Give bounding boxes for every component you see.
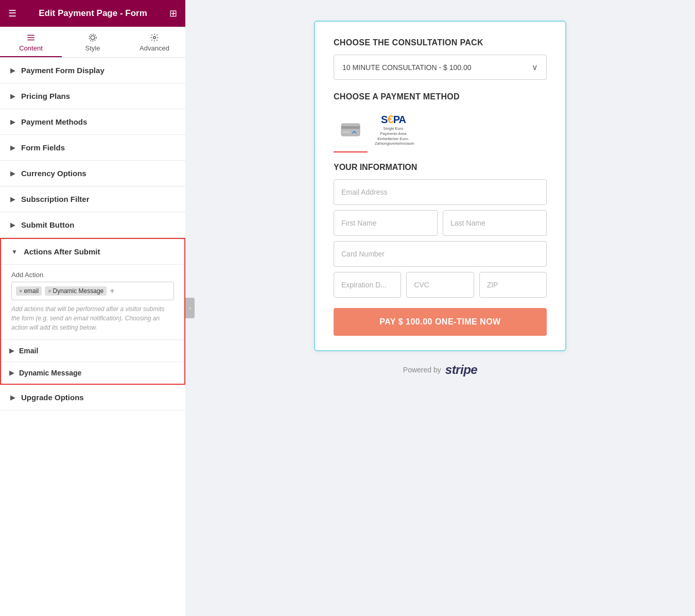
sepa-payment-tab[interactable]: S€PA Single Euro Payments AreaEinheitlic…: [368, 109, 419, 152]
sidebar-item-pricing-plans[interactable]: ▶ Pricing Plans: [0, 83, 185, 109]
card-number-placeholder: Card Number: [341, 250, 385, 258]
your-info-title: YOUR INFORMATION: [334, 163, 547, 172]
sidebar: ☰ Edit Payment Page - Form ⊞ Content Sty…: [0, 0, 185, 616]
menu-label: Pricing Plans: [21, 92, 70, 100]
card-payment-tab[interactable]: [334, 109, 368, 152]
arrow-icon: ▶: [10, 118, 15, 126]
sidebar-menu: ▶ Payment Form Display ▶ Pricing Plans ▶…: [0, 58, 185, 616]
arrow-down-icon: ▼: [11, 248, 18, 255]
tab-advanced-label: Advanced: [140, 44, 169, 52]
stripe-logo: stripe: [445, 363, 477, 377]
sepa-subtitle: Single Euro Payments AreaEinheitlicher E…: [375, 126, 412, 146]
pay-button[interactable]: PAY $ 100.00 ONE-TIME NOW: [334, 308, 547, 336]
menu-label: Submit Button: [21, 220, 74, 229]
menu-label: Subscription Filter: [21, 195, 90, 203]
sidebar-title: Edit Payment Page - Form: [39, 8, 147, 19]
arrow-icon: ▶: [9, 369, 14, 377]
tab-style[interactable]: Style: [62, 27, 124, 57]
tab-advanced[interactable]: Advanced: [124, 27, 185, 57]
actions-after-submit-section: ▼ Actions After Submit Add Action × emai…: [0, 238, 185, 385]
sidebar-item-payment-form-display[interactable]: ▶ Payment Form Display: [0, 58, 185, 83]
arrow-icon: ▶: [10, 170, 15, 177]
svg-point-2: [153, 37, 156, 39]
powered-by: Powered by stripe: [403, 363, 477, 377]
content-icon: [26, 33, 36, 42]
arrow-icon: ▶: [10, 394, 15, 401]
cvc-field[interactable]: CVC: [406, 272, 474, 298]
svg-rect-3: [341, 124, 360, 136]
actions-header-label: Actions After Submit: [24, 247, 100, 256]
payment-form: CHOOSE THE CONSULTATION PACK 10 MINUTE C…: [314, 21, 566, 351]
expiration-field[interactable]: Expiration D...: [334, 272, 401, 298]
sub-menu-email-label: Email: [19, 347, 38, 355]
tag-label: email: [24, 287, 39, 295]
action-description: Add actions that will be performed after…: [11, 304, 174, 332]
grid-icon[interactable]: ⊞: [169, 8, 177, 19]
arrow-icon: ▶: [10, 67, 15, 74]
sub-menu-email[interactable]: ▶ Email: [1, 339, 184, 362]
card-details-row: Expiration D... CVC ZIP: [334, 272, 547, 298]
actions-body: Add Action × email × Dynamic Message + A…: [1, 265, 184, 339]
chevron-down-icon: ∨: [532, 62, 538, 72]
svg-rect-5: [343, 131, 350, 133]
style-icon: [88, 33, 97, 42]
card-number-field[interactable]: Card Number: [334, 241, 547, 267]
arrow-icon: ▶: [10, 93, 15, 100]
plan-select-dropdown[interactable]: 10 MINUTE CONSULTATION - $ 100.00 ∨: [334, 55, 547, 80]
sidebar-item-currency-options[interactable]: ▶ Currency Options: [0, 161, 185, 186]
tag-add-button[interactable]: +: [110, 287, 114, 295]
tag-dynamic-message[interactable]: × Dynamic Message: [45, 286, 107, 296]
sepa-logo: S€PA: [381, 113, 406, 126]
menu-label: Currency Options: [21, 169, 86, 178]
sidebar-header: ☰ Edit Payment Page - Form ⊞: [0, 0, 185, 27]
menu-label: Payment Methods: [21, 117, 87, 126]
actions-after-submit-header[interactable]: ▼ Actions After Submit: [1, 239, 184, 265]
card-icon: [341, 123, 360, 137]
tab-style-label: Style: [85, 44, 100, 52]
sidebar-item-submit-button[interactable]: ▶ Submit Button: [0, 212, 185, 238]
sidebar-item-form-fields[interactable]: ▶ Form Fields: [0, 135, 185, 161]
last-name-field[interactable]: Last Name: [443, 210, 547, 236]
tag-remove-icon[interactable]: ×: [48, 288, 51, 294]
action-tags-input[interactable]: × email × Dynamic Message +: [11, 282, 174, 300]
menu-label: Form Fields: [21, 143, 65, 152]
menu-label: Payment Form Display: [21, 66, 105, 75]
email-placeholder: Email Address: [341, 188, 387, 196]
svg-rect-4: [341, 126, 360, 129]
tag-label: Dynamic Message: [53, 287, 104, 295]
tag-email[interactable]: × email: [16, 286, 42, 296]
svg-point-0: [91, 36, 95, 40]
expiration-placeholder: Expiration D...: [341, 281, 387, 289]
cvc-placeholder: CVC: [414, 281, 429, 289]
svg-point-1: [89, 34, 96, 41]
menu-label: Upgrade Options: [21, 393, 84, 402]
sidebar-item-subscription-filter[interactable]: ▶ Subscription Filter: [0, 186, 185, 212]
name-row: First Name Last Name: [334, 210, 547, 236]
zip-placeholder: ZIP: [487, 281, 498, 289]
arrow-icon: ▶: [10, 221, 15, 229]
sidebar-item-payment-methods[interactable]: ▶ Payment Methods: [0, 109, 185, 135]
sidebar-tabs: Content Style Advanced: [0, 27, 185, 58]
arrow-icon: ▶: [10, 144, 15, 151]
first-name-placeholder: First Name: [341, 219, 376, 227]
payment-method-title: CHOOSE A PAYMENT METHOD: [334, 92, 547, 101]
choose-plan-title: CHOOSE THE CONSULTATION PACK: [334, 38, 547, 47]
plan-selected-value: 10 MINUTE CONSULTATION - $ 100.00: [342, 63, 472, 72]
tab-content-label: Content: [19, 44, 43, 52]
sub-menu-dynamic-message[interactable]: ▶ Dynamic Message: [1, 362, 184, 384]
collapse-handle[interactable]: ‹: [185, 298, 195, 318]
main-content: ‹ CHOOSE THE CONSULTATION PACK 10 MINUTE…: [185, 0, 695, 616]
hamburger-icon[interactable]: ☰: [8, 8, 16, 19]
tag-remove-icon[interactable]: ×: [19, 288, 22, 294]
arrow-icon: ▶: [9, 347, 14, 354]
payment-methods-row: S€PA Single Euro Payments AreaEinheitlic…: [334, 109, 547, 152]
zip-field[interactable]: ZIP: [479, 272, 547, 298]
last-name-placeholder: Last Name: [450, 219, 485, 227]
email-field[interactable]: Email Address: [334, 179, 547, 205]
first-name-field[interactable]: First Name: [334, 210, 438, 236]
add-action-label: Add Action: [11, 271, 174, 279]
powered-by-text: Powered by: [403, 366, 441, 374]
tab-content[interactable]: Content: [0, 27, 62, 57]
arrow-icon: ▶: [10, 196, 15, 203]
sidebar-item-upgrade-options[interactable]: ▶ Upgrade Options: [0, 385, 185, 410]
